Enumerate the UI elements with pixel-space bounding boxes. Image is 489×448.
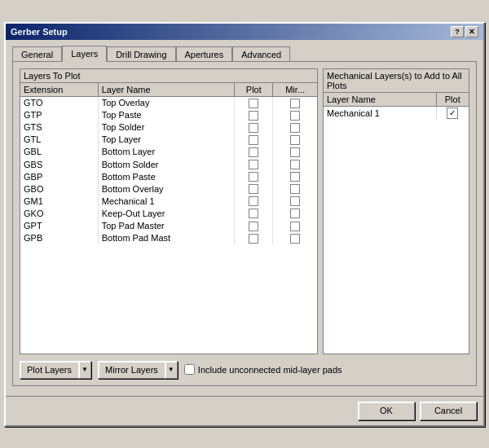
plot-checkbox[interactable] bbox=[249, 160, 258, 169]
mirror-layers-button[interactable]: Mirror Layers ▼ bbox=[98, 361, 178, 379]
cell-ext: GKO bbox=[20, 207, 98, 219]
mirror-checkbox[interactable] bbox=[290, 196, 300, 206]
cell-plot[interactable] bbox=[235, 96, 273, 109]
cell-plot[interactable] bbox=[235, 182, 273, 195]
mirror-checkbox[interactable] bbox=[290, 111, 300, 121]
cell-name: Top Pad Master bbox=[98, 219, 235, 231]
ok-button[interactable]: OK bbox=[358, 402, 415, 420]
mirror-checkbox[interactable] bbox=[290, 147, 300, 157]
mech-plot-checkbox[interactable]: ✓ bbox=[447, 108, 458, 119]
cell-mirror[interactable] bbox=[273, 121, 317, 134]
plot-checkbox[interactable] bbox=[249, 172, 258, 182]
cell-name: Top Layer bbox=[98, 134, 235, 146]
mirror-checkbox[interactable] bbox=[290, 209, 300, 218]
mirror-checkbox[interactable] bbox=[290, 172, 300, 182]
cell-mirror[interactable] bbox=[273, 96, 317, 109]
mirror-layers-arrow[interactable]: ▼ bbox=[165, 361, 178, 379]
plot-checkbox[interactable] bbox=[249, 99, 258, 108]
plot-layers-arrow[interactable]: ▼ bbox=[78, 361, 91, 379]
tab-drill-drawing[interactable]: Drill Drawing bbox=[107, 46, 175, 62]
plot-layers-button[interactable]: Plot Layers ▼ bbox=[20, 361, 91, 379]
cell-mirror[interactable] bbox=[273, 207, 317, 219]
layers-table-container[interactable]: Extension Layer Name Plot Mir... GTO Top… bbox=[20, 83, 317, 344]
gerber-setup-dialog: Gerber Setup ? ✕ General Layers Drill Dr… bbox=[4, 22, 485, 427]
col-header-mirror: Mir... bbox=[273, 83, 317, 97]
plot-checkbox[interactable] bbox=[249, 209, 258, 218]
plot-checkbox[interactable] bbox=[249, 196, 258, 206]
cell-name: Bottom Solder bbox=[98, 158, 235, 170]
mirror-checkbox[interactable] bbox=[290, 99, 300, 108]
include-unconnected-text: Include unconnected mid-layer pads bbox=[198, 365, 342, 375]
plot-checkbox[interactable] bbox=[249, 123, 258, 133]
col-header-plot: Plot bbox=[235, 83, 273, 97]
cell-plot[interactable] bbox=[235, 195, 273, 207]
table-row: GKO Keep-Out Layer bbox=[20, 207, 317, 219]
cell-plot[interactable] bbox=[235, 109, 273, 121]
mirror-checkbox[interactable] bbox=[290, 123, 300, 133]
mechanical-table-container[interactable]: Layer Name Plot Mechanical 1 ✓ bbox=[324, 93, 469, 354]
cell-mirror[interactable] bbox=[273, 158, 317, 170]
cell-mirror[interactable] bbox=[273, 146, 317, 158]
cell-ext: GTL bbox=[20, 134, 98, 146]
plot-checkbox[interactable] bbox=[249, 234, 258, 244]
tab-apertures[interactable]: Apertures bbox=[176, 46, 233, 62]
cell-name: Bottom Overlay bbox=[98, 182, 235, 195]
table-row: GTL Top Layer bbox=[20, 134, 317, 146]
window-body: General Layers Drill Drawing Apertures A… bbox=[6, 40, 483, 393]
plot-checkbox[interactable] bbox=[249, 111, 258, 121]
cell-mirror[interactable] bbox=[273, 232, 317, 244]
cell-mirror[interactable] bbox=[273, 134, 317, 146]
tab-layers[interactable]: Layers bbox=[62, 46, 107, 62]
mirror-layers-main[interactable]: Mirror Layers bbox=[98, 361, 165, 379]
table-row: GTP Top Paste bbox=[20, 109, 317, 121]
cell-plot[interactable] bbox=[235, 219, 273, 231]
cell-plot[interactable] bbox=[235, 134, 273, 146]
mechanical-layers-panel: Mechanical Layers(s) to Add to All Plots… bbox=[323, 68, 469, 354]
plot-checkbox[interactable] bbox=[249, 222, 258, 231]
cell-ext: GPT bbox=[20, 219, 98, 231]
plot-layers-main[interactable]: Plot Layers bbox=[20, 361, 78, 379]
cell-ext: GTS bbox=[20, 121, 98, 134]
cancel-button[interactable]: Cancel bbox=[420, 402, 477, 420]
layers-to-plot-panel: Layers To Plot Extension Layer Name Plot… bbox=[20, 68, 318, 354]
table-row: GM1 Mechanical 1 bbox=[20, 195, 317, 207]
cell-mirror[interactable] bbox=[273, 182, 317, 195]
mirror-checkbox[interactable] bbox=[290, 234, 300, 244]
cell-plot[interactable] bbox=[235, 121, 273, 134]
mirror-checkbox[interactable] bbox=[290, 222, 300, 231]
mechanical-table: Layer Name Plot Mechanical 1 ✓ bbox=[324, 93, 469, 120]
plot-checkbox[interactable] bbox=[249, 147, 258, 157]
mirror-checkbox[interactable] bbox=[290, 135, 300, 145]
cell-ext: GPB bbox=[20, 232, 98, 244]
col-header-extension: Extension bbox=[20, 83, 98, 97]
cell-mirror[interactable] bbox=[273, 109, 317, 121]
help-button[interactable]: ? bbox=[451, 26, 464, 37]
cell-name: Mechanical 1 bbox=[98, 195, 235, 207]
title-bar: Gerber Setup ? ✕ bbox=[6, 24, 483, 40]
tab-advanced[interactable]: Advanced bbox=[232, 46, 290, 62]
table-row: GPT Top Pad Master bbox=[20, 219, 317, 231]
cell-plot[interactable] bbox=[235, 207, 273, 219]
cell-name: Top Overlay bbox=[98, 96, 235, 109]
cell-mirror[interactable] bbox=[273, 170, 317, 182]
table-row: GBS Bottom Solder bbox=[20, 158, 317, 170]
tab-bar: General Layers Drill Drawing Apertures A… bbox=[12, 45, 477, 61]
cell-mirror[interactable] bbox=[273, 219, 317, 231]
cell-ext: GBP bbox=[20, 170, 98, 182]
plot-checkbox[interactable] bbox=[249, 184, 258, 194]
mirror-checkbox[interactable] bbox=[290, 160, 300, 169]
mirror-checkbox[interactable] bbox=[290, 184, 300, 194]
include-unconnected-label[interactable]: Include unconnected mid-layer pads bbox=[184, 364, 342, 375]
cell-name: Bottom Pad Mast bbox=[98, 232, 235, 244]
mech-cell-plot[interactable]: ✓ bbox=[436, 106, 469, 120]
cell-mirror[interactable] bbox=[273, 195, 317, 207]
cell-plot[interactable] bbox=[235, 158, 273, 170]
plot-checkbox[interactable] bbox=[249, 135, 258, 145]
close-button[interactable]: ✕ bbox=[465, 26, 478, 37]
cell-plot[interactable] bbox=[235, 232, 273, 244]
cell-plot[interactable] bbox=[235, 146, 273, 158]
include-unconnected-checkbox[interactable] bbox=[184, 364, 195, 375]
tab-general[interactable]: General bbox=[12, 46, 62, 62]
cell-plot[interactable] bbox=[235, 170, 273, 182]
cell-ext: GM1 bbox=[20, 195, 98, 207]
